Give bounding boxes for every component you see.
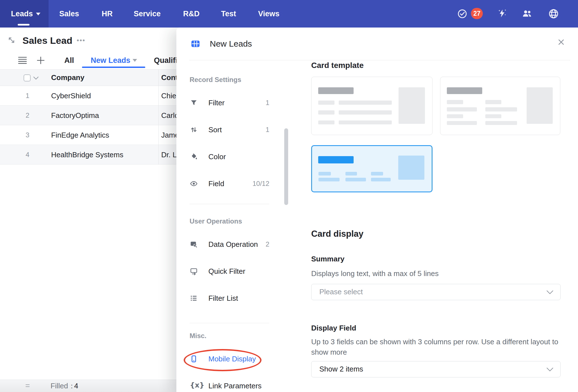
sidebar-item-label: Sort (208, 124, 222, 135)
view-list-icon[interactable] (18, 56, 27, 64)
cell-company[interactable]: HealthBridge Systems (51, 145, 123, 165)
skeleton-bar (447, 114, 463, 118)
skeleton-title (318, 156, 354, 163)
display-field-label: Display Field (311, 324, 356, 332)
tasks-check-icon[interactable] (457, 9, 467, 19)
sidebar-item-link-parameters[interactable]: {x} Link Parameters (190, 380, 269, 391)
column-header-company[interactable]: Company (51, 70, 84, 86)
group-misc: Misc. (190, 332, 206, 340)
select-value: Show 2 items (319, 361, 363, 377)
filter-icon (190, 99, 198, 107)
group-divider (190, 323, 269, 323)
display-field-description: Up to 3 fields can be shown with 3 colum… (311, 337, 558, 357)
skeleton-bar (447, 107, 477, 111)
row-number: 3 (23, 125, 32, 145)
chevron-down-icon[interactable] (33, 76, 39, 80)
cell-contact[interactable]: Carlo (161, 106, 179, 125)
quick-filter-icon (190, 267, 198, 275)
page-title: Sales Lead (22, 35, 72, 46)
formula-icon[interactable]: = (25, 380, 30, 392)
sidebar-item-label: Color (208, 151, 226, 162)
settings-content: Card template (311, 60, 561, 392)
nav-tab-leads-label: Leads (11, 0, 33, 28)
nav-tab-rd[interactable]: R&D (183, 0, 200, 28)
nav-tab-test[interactable]: Test (221, 0, 236, 28)
card-display-heading: Card display (311, 229, 363, 239)
ai-bolt-icon[interactable] (497, 8, 507, 19)
members-icon[interactable] (521, 8, 533, 19)
more-menu-icon[interactable]: ••• (77, 37, 85, 44)
cell-company[interactable]: FactoryOptima (51, 106, 99, 125)
view-tab-new-leads[interactable]: New Leads (91, 56, 130, 65)
sidebar-item-field[interactable]: Field 10/12 (190, 178, 269, 189)
sidebar-item-label: Filter List (208, 293, 238, 304)
close-icon[interactable] (557, 38, 566, 47)
sidebar-item-filter-list[interactable]: Filter List (190, 293, 269, 304)
column-header-contact[interactable]: Cont (161, 70, 178, 86)
expand-icon[interactable] (7, 36, 16, 44)
skeleton-bar (318, 172, 331, 176)
row-number: 2 (23, 106, 32, 125)
card-template-option-2[interactable] (440, 77, 560, 135)
nav-tab-leads[interactable]: Leads (0, 0, 49, 28)
sidebar-item-data-operation[interactable]: Data Operation 2 (190, 239, 269, 250)
skeleton-bar (485, 121, 517, 125)
nav-tab-views[interactable]: Views (258, 0, 279, 28)
card-template-heading: Card template (311, 61, 364, 70)
view-tab-qualified[interactable]: Qualifi (154, 56, 178, 65)
card-template-option-1[interactable] (311, 77, 433, 135)
skeleton-title (318, 87, 354, 94)
nav-tab-hr[interactable]: HR (102, 0, 113, 28)
cell-contact[interactable]: Chie (161, 86, 176, 106)
chevron-down-icon (546, 367, 554, 372)
select-all-checkbox[interactable] (24, 74, 31, 81)
skeleton-bar (485, 107, 517, 111)
skeleton-image (527, 87, 553, 124)
modal-header: New Leads (176, 28, 578, 60)
sidebar-item-mobile-display[interactable]: Mobile Display (190, 354, 269, 364)
nav-tab-service[interactable]: Service (134, 0, 161, 28)
globe-icon[interactable] (548, 8, 559, 19)
sidebar-item-quick-filter[interactable]: Quick Filter (190, 266, 269, 277)
modal-body: Record Settings Filter 1 Sor (176, 60, 578, 392)
active-view-indicator (82, 67, 145, 68)
settings-sidebar: Record Settings Filter 1 Sor (190, 60, 269, 392)
skeleton-title (447, 87, 482, 94)
skeleton-bar (345, 172, 357, 176)
sidebar-item-label: Data Operation (208, 239, 258, 250)
sidebar-scrollbar[interactable] (284, 128, 288, 205)
view-tab-all[interactable]: All (64, 56, 74, 65)
row-number: 1 (23, 86, 32, 106)
braces-icon: {x} (190, 381, 204, 389)
sidebar-item-label: Quick Filter (208, 266, 245, 277)
data-operation-icon (190, 240, 198, 248)
sidebar-item-sort[interactable]: Sort 1 (190, 124, 269, 135)
group-divider (190, 204, 269, 204)
sidebar-item-color[interactable]: Color (190, 151, 269, 162)
chevron-down-icon (36, 13, 40, 15)
filled-label: Filled： (51, 380, 75, 392)
cell-contact[interactable]: Dr. L (161, 145, 177, 165)
row-number: 4 (23, 145, 32, 165)
nav-tab-sales[interactable]: Sales (59, 0, 79, 28)
skeleton-bar (371, 172, 383, 176)
active-tab-indicator (18, 24, 29, 26)
notification-badge[interactable]: 27 (471, 8, 483, 19)
select-placeholder: Please select (319, 284, 363, 300)
chevron-down-icon[interactable] (133, 59, 137, 62)
table-grid-icon (190, 39, 201, 49)
card-template-option-3-selected[interactable] (311, 145, 433, 192)
skeleton-bar (447, 100, 463, 104)
display-field-select[interactable]: Show 2 items (311, 361, 561, 377)
summary-select[interactable]: Please select (311, 284, 561, 300)
skeleton-image (399, 87, 425, 124)
sidebar-item-filter[interactable]: Filter 1 (190, 97, 269, 108)
cell-company[interactable]: CyberShield (51, 86, 91, 106)
mobile-icon (190, 355, 198, 363)
sidebar-item-count: 10/12 (252, 178, 269, 189)
group-user-operations: User Operations (190, 217, 242, 225)
cell-company[interactable]: FinEdge Analytics (51, 125, 109, 145)
summary-description: Displays long text, with a max of 5 line… (311, 269, 439, 278)
add-view-icon[interactable] (37, 56, 45, 65)
filled-value: 4 (74, 380, 78, 392)
